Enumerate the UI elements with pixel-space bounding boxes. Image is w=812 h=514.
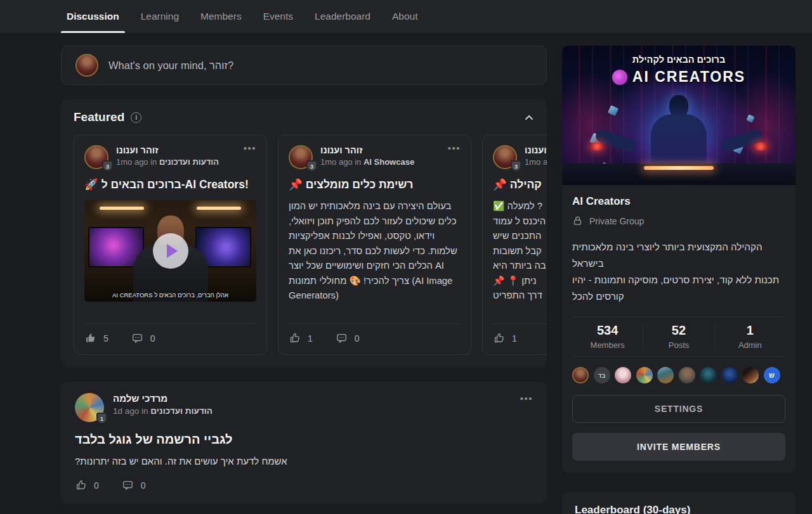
comment-button[interactable]: 0 [122, 479, 146, 491]
level-badge: 3 [306, 160, 317, 172]
like-count: 0 [94, 480, 99, 491]
group-description: הקהילה המקצועית ביותר ליוצרי בינה מלאכות… [572, 239, 785, 305]
leaderboard-card: Leaderboard (30-days) [562, 492, 796, 514]
post-meta: 1mo ago in הודעות ועדכונים [116, 157, 219, 167]
level-badge: 1 [96, 413, 107, 424]
author-avatar[interactable]: 3 [493, 145, 517, 169]
featured-title: Featured [74, 110, 124, 124]
ellipsis-menu-icon[interactable]: ••• [520, 395, 533, 422]
author-name[interactable]: זוהר וענונו [320, 145, 414, 155]
tab-learning[interactable]: Learning [135, 0, 185, 33]
post-composer[interactable]: What's on your mind, זוהר? [61, 46, 547, 85]
studio-light [197, 207, 241, 210]
post-title[interactable]: 📌 קהילה [493, 178, 547, 191]
leaderboard-title: Leaderboard (30-days) [575, 504, 783, 514]
post-body: ✅ למעלה ? היכנס ל עמוד התכנים שיש קבל תש… [493, 199, 547, 304]
invite-members-button[interactable]: INVITE MEMBERS [572, 433, 785, 461]
category-link[interactable]: הודעות ועדכונים [159, 157, 219, 167]
member-avatars-row: בד ש [572, 367, 785, 383]
post-title[interactable]: לגביי הרשמה של גוגל בלבד [75, 432, 533, 447]
author-avatar[interactable]: 1 [75, 393, 104, 422]
author-name[interactable]: זוהר וענונו [525, 145, 547, 155]
post-meta: 1mo ago in [525, 157, 547, 167]
comment-button[interactable]: 0 [131, 332, 155, 344]
composer-placeholder: What's on your mind, זוהר? [108, 60, 233, 72]
comment-icon [122, 479, 134, 491]
featured-section: Featured i 3 זוהר וענונ [61, 99, 547, 368]
tab-about[interactable]: About [386, 0, 424, 33]
like-button[interactable]: 1 [493, 332, 517, 344]
level-badge: 3 [511, 160, 521, 172]
post-body: בעולם היצירה עם בינה מלאכותית יש המון כל… [289, 199, 461, 304]
like-count: 5 [103, 333, 108, 344]
group-privacy: Private Group [589, 216, 644, 226]
member-avatar[interactable] [742, 367, 759, 383]
tab-members[interactable]: Members [195, 0, 247, 33]
current-user-avatar[interactable] [75, 54, 98, 77]
ellipsis-menu-icon[interactable]: ••• [244, 145, 256, 169]
like-button[interactable]: 0 [75, 479, 99, 491]
comment-count: 0 [355, 333, 360, 344]
group-name: AI Creators [572, 195, 785, 208]
member-avatar[interactable] [721, 367, 738, 383]
top-nav: Discussion Learning Members Events Leade… [0, 0, 812, 33]
thumbs-up-icon [84, 332, 96, 344]
like-count: 1 [308, 333, 313, 344]
play-icon[interactable] [153, 233, 188, 269]
lock-icon [572, 215, 583, 226]
banner-welcome-text: ברוכים הבאים לקהילת [562, 55, 796, 65]
banner-brand-text: AI CREATORS [632, 68, 745, 86]
collapse-featured-button[interactable] [524, 113, 534, 121]
stat-admins[interactable]: 1 Admin [714, 323, 785, 350]
group-info-card: ברוכים הבאים לקהילת AI CREATORS AI Creat… [562, 46, 796, 473]
studio-light [100, 207, 144, 210]
featured-card-community[interactable]: 3 זוהר וענונו 1mo ago in 📌 קהילה ✅ למעלה… [482, 134, 547, 355]
member-avatar-initials[interactable]: ש [764, 367, 780, 383]
featured-card-tools[interactable]: 3 זוהר וענונו 1mo ago in AI Showcase •••… [278, 134, 471, 355]
settings-button[interactable]: SETTINGS [572, 395, 785, 423]
like-count: 1 [512, 333, 517, 344]
stat-posts[interactable]: 52 Posts [643, 323, 714, 350]
author-avatar[interactable]: 3 [84, 145, 108, 169]
post-title[interactable]: 📌 רשימת כלים מומלצים [289, 178, 461, 191]
level-badge: 3 [102, 160, 113, 172]
thumbs-up-icon [289, 332, 301, 344]
tab-discussion[interactable]: Discussion [61, 0, 125, 33]
like-button[interactable]: 5 [84, 332, 108, 344]
comment-button[interactable]: 0 [336, 332, 360, 344]
category-link[interactable]: AI Showcase [363, 157, 414, 167]
author-avatar[interactable]: 3 [289, 145, 313, 169]
comment-icon [336, 332, 348, 344]
author-name[interactable]: מרדכי שלמה [113, 393, 213, 404]
chevron-up-icon [524, 113, 534, 121]
post-body: אשמח לדעת איך עושים את זה. והאם יש בזה י… [75, 456, 533, 466]
info-icon[interactable]: i [131, 112, 141, 123]
member-avatar[interactable] [636, 367, 653, 383]
video-caption: אהלן חברים, ברוכים הבאים ל AI CREATORS [84, 292, 256, 299]
category-link[interactable]: הודעות ועדכונים [150, 406, 213, 416]
tab-events[interactable]: Events [258, 0, 299, 33]
member-avatar[interactable] [572, 367, 589, 383]
comment-count: 0 [141, 480, 146, 491]
post-card[interactable]: 1 מרדכי שלמה 1d ago in הודעות ועדכונים •… [61, 382, 547, 504]
member-avatar[interactable] [679, 367, 695, 383]
tab-leaderboard[interactable]: Leaderboard [309, 0, 376, 33]
member-avatar[interactable] [657, 367, 674, 383]
member-avatar[interactable] [615, 367, 631, 383]
group-banner-image: ברוכים הבאים לקהילת AI CREATORS [562, 46, 796, 185]
member-avatar-initials[interactable]: בד [594, 367, 610, 383]
post-title[interactable]: 🚀 ברוכים הבאים ל-AI Creators! [84, 178, 256, 191]
featured-card-welcome[interactable]: 3 זוהר וענונו 1mo ago in הודעות ועדכונים… [74, 134, 267, 355]
member-avatar[interactable] [700, 367, 716, 383]
ellipsis-menu-icon[interactable]: ••• [448, 145, 461, 169]
featured-cards-row: 3 זוהר וענונו 1mo ago in הודעות ועדכונים… [74, 134, 547, 355]
thumbs-up-icon [75, 479, 87, 491]
video-thumbnail[interactable]: אהלן חברים, ברוכים הבאים ל AI CREATORS [84, 200, 256, 302]
like-button[interactable]: 1 [289, 332, 313, 344]
comment-count: 0 [150, 333, 155, 344]
thumbs-up-icon [493, 332, 505, 344]
group-stats: 534 Members 52 Posts 1 Admin [572, 316, 785, 357]
author-name[interactable]: זוהר וענונו [116, 145, 219, 155]
stat-members[interactable]: 534 Members [572, 323, 643, 350]
post-meta: 1d ago in הודעות ועדכונים [113, 406, 213, 416]
